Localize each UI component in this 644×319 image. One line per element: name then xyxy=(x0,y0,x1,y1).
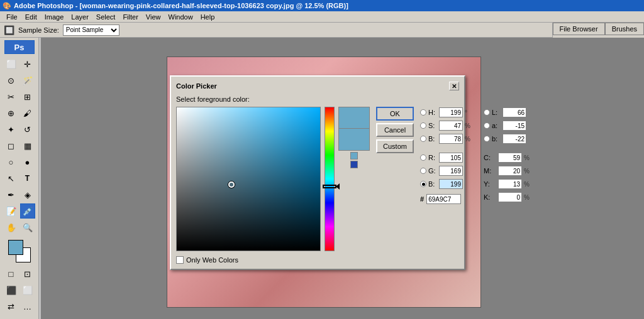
color-old-preview xyxy=(338,129,370,151)
a-input[interactable] xyxy=(502,121,526,131)
color-icon-top[interactable] xyxy=(350,152,358,160)
dialog-subtitle: Select foreground color: xyxy=(176,95,459,103)
web-colors-row: Only Web Colors xyxy=(176,256,459,264)
r-input[interactable] xyxy=(439,153,463,163)
color-new-preview xyxy=(338,107,370,129)
color-icon-bottom[interactable] xyxy=(350,161,358,168)
hex-input[interactable] xyxy=(426,194,461,204)
s-radio[interactable] xyxy=(420,122,426,129)
k-row: K: % xyxy=(484,192,530,203)
m-row: M: % xyxy=(484,165,530,176)
b-label: B: xyxy=(428,135,437,143)
m-unit: % xyxy=(524,168,530,175)
color-picker-content: OK Cancel Custom H: ° xyxy=(176,107,459,251)
y-unit: % xyxy=(524,181,530,188)
r-label: R: xyxy=(428,154,437,161)
color-picker-overlay: Color Picker ✕ Select foreground color: xyxy=(0,0,644,319)
k-unit: % xyxy=(524,194,530,201)
lab-b-label: b: xyxy=(492,135,501,143)
b-row: B: % xyxy=(420,133,471,144)
g-row: G: xyxy=(420,165,471,176)
l-radio[interactable] xyxy=(484,109,490,116)
g-label: G: xyxy=(428,167,437,175)
blue-radio[interactable] xyxy=(420,181,426,187)
k-input[interactable] xyxy=(498,192,522,202)
lab-b-radio[interactable] xyxy=(484,136,490,142)
custom-button[interactable]: Custom xyxy=(376,139,414,153)
c-input[interactable] xyxy=(498,153,522,163)
s-unit: % xyxy=(465,122,471,129)
h-input[interactable] xyxy=(439,107,463,117)
web-colors-label: Only Web Colors xyxy=(186,256,238,264)
c-label: C: xyxy=(484,154,496,161)
hsb-rgb-column: H: ° S: % B: xyxy=(420,107,471,204)
a-row: a: xyxy=(484,120,530,131)
color-values-panel: H: ° S: % B: xyxy=(420,107,530,204)
hue-slider[interactable] xyxy=(325,107,335,251)
m-label: M: xyxy=(484,167,496,175)
s-row: S: % xyxy=(420,120,471,131)
hue-arrow xyxy=(336,183,340,190)
c-row: C: % xyxy=(484,152,530,163)
hash-label: # xyxy=(420,195,424,203)
c-unit: % xyxy=(524,154,530,161)
y-row: Y: % xyxy=(484,178,530,190)
b-unit: % xyxy=(465,136,471,143)
s-label: S: xyxy=(428,122,437,129)
h-label: H: xyxy=(428,109,437,116)
a-radio[interactable] xyxy=(484,122,490,129)
blue-row: B: xyxy=(420,178,471,190)
g-radio[interactable] xyxy=(420,168,426,174)
lab-cmyk-column: L: a: b: xyxy=(484,107,530,204)
hue-slider-container xyxy=(325,107,335,251)
lab-b-row: b: xyxy=(484,133,530,144)
h-unit: ° xyxy=(465,109,471,116)
l-input[interactable] xyxy=(502,107,526,117)
color-gradient-field[interactable] xyxy=(176,107,321,251)
dialog-buttons: OK Cancel Custom xyxy=(376,107,414,153)
dialog-close-button[interactable]: ✕ xyxy=(449,82,459,90)
r-radio[interactable] xyxy=(420,154,426,161)
color-icons xyxy=(350,152,358,168)
dialog-title-bar: Color Picker ✕ xyxy=(176,82,459,90)
y-input[interactable] xyxy=(498,179,522,189)
m-input[interactable] xyxy=(498,166,522,176)
a-label: a: xyxy=(492,122,501,129)
color-preview-section xyxy=(338,107,370,168)
l-label: L: xyxy=(492,109,501,116)
cancel-button[interactable]: Cancel xyxy=(376,123,414,137)
blue-input[interactable] xyxy=(439,179,463,189)
dialog-title: Color Picker xyxy=(176,82,217,90)
b-input[interactable] xyxy=(439,134,463,144)
hex-row: # xyxy=(420,194,471,204)
h-radio[interactable] xyxy=(420,109,426,116)
blue-label: B: xyxy=(428,180,437,188)
web-colors-checkbox[interactable] xyxy=(176,256,184,264)
g-input[interactable] xyxy=(439,166,463,176)
s-input[interactable] xyxy=(439,121,463,131)
b-radio[interactable] xyxy=(420,136,426,142)
h-row: H: ° xyxy=(420,107,471,118)
k-label: K: xyxy=(484,193,496,201)
y-label: Y: xyxy=(484,180,496,188)
ok-button[interactable]: OK xyxy=(376,107,414,121)
r-row: R: xyxy=(420,152,471,163)
lab-b-input[interactable] xyxy=(502,134,526,144)
l-row: L: xyxy=(484,107,530,118)
color-picker-dialog: Color Picker ✕ Select foreground color: xyxy=(170,75,465,270)
